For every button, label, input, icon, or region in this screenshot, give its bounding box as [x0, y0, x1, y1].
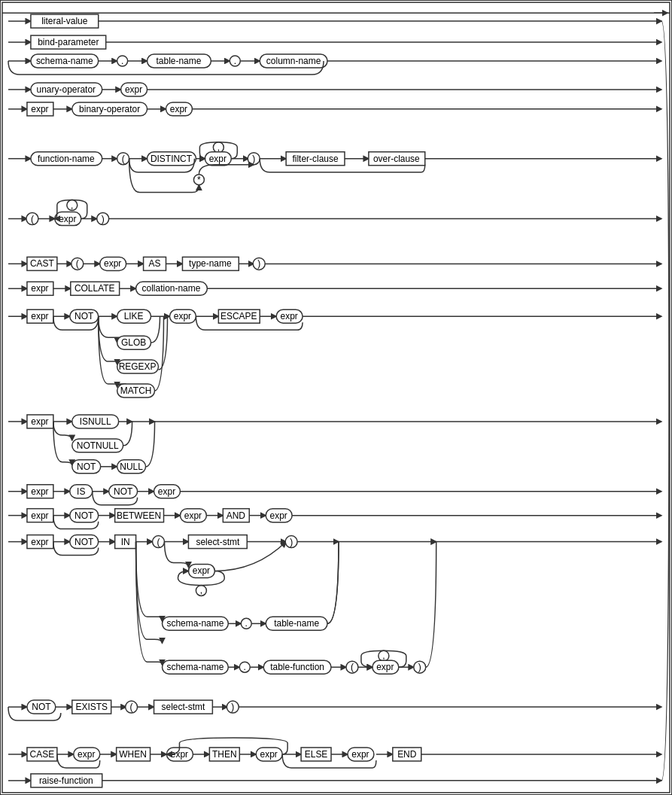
rparen-r8: )	[257, 258, 260, 269]
lparen-r15: (	[130, 702, 133, 712]
filter-clause-label: filter-clause	[292, 154, 339, 164]
schema-name-label-r14c: schema-name	[166, 662, 223, 672]
not-label-r10: NOT	[74, 311, 94, 321]
table-function-label: table-function	[270, 662, 324, 672]
rparen-r7: )	[102, 214, 105, 224]
function-name-label: function-name	[38, 154, 95, 164]
not-label-r15: NOT	[32, 702, 51, 712]
expr-label-r13b: expr	[184, 510, 202, 521]
lparen-r7: (	[31, 214, 34, 224]
not-label-r13: NOT	[74, 510, 94, 521]
escape-label: ESCAPE	[220, 311, 257, 321]
null-label-r11: NULL	[120, 461, 143, 472]
as-label-r8: AS	[149, 258, 161, 269]
raise-function-label: raise-function	[39, 775, 93, 786]
lparen-r14: (	[157, 537, 160, 547]
is-label: IS	[77, 486, 85, 497]
not-label-r14: NOT	[74, 537, 94, 547]
expr-label-r5b: expr	[170, 104, 187, 114]
rparen-r14c: )	[418, 662, 421, 672]
notnull-label: NOTNULL	[77, 440, 119, 451]
then-label: THEN	[212, 749, 237, 760]
literal-value-label: literal-value	[41, 16, 88, 26]
lparen-r6: (	[122, 154, 125, 164]
collate-label: COLLATE	[74, 283, 115, 294]
unary-operator-label: unary-operator	[37, 84, 96, 95]
dot-r14b: .	[245, 618, 248, 629]
expr-label-r6a: expr	[209, 154, 227, 164]
star-r6: *	[197, 175, 201, 185]
dot2-r3: .	[234, 56, 236, 66]
select-stmt-label-r14a: select-stmt	[196, 537, 240, 547]
comma-r14c: ,	[382, 650, 385, 661]
expr-label-r7: expr	[59, 214, 76, 224]
like-label: LIKE	[124, 311, 144, 321]
case-label: CASE	[30, 749, 55, 760]
column-name-label-r3: column-name	[266, 56, 321, 66]
expr-label-r12a: expr	[31, 486, 48, 497]
collation-name-label: collation-name	[142, 283, 201, 294]
expr-label-r10b: expr	[174, 311, 191, 321]
table-name-label-r3: table-name	[157, 56, 202, 66]
expr-label-r13c: expr	[270, 510, 287, 521]
end-label: END	[397, 749, 417, 760]
between-label: BETWEEN	[117, 510, 161, 521]
expr-label-r13a: expr	[31, 510, 48, 521]
else-label: ELSE	[305, 749, 328, 760]
expr-label-r8: expr	[104, 258, 121, 269]
expr-label-r14a: expr	[31, 537, 48, 547]
type-name-label: type-name	[189, 258, 232, 269]
expr-label-r5a: expr	[31, 104, 48, 114]
expr-label-r14b: expr	[193, 565, 210, 576]
dot-r14c: .	[244, 662, 246, 672]
expr-label-r16a: expr	[78, 749, 95, 760]
comma-r7: ,	[71, 200, 73, 211]
and-label-r13: AND	[227, 510, 246, 521]
distinct-label: DISTINCT	[151, 154, 193, 164]
lparen-r8: (	[76, 258, 79, 269]
glob-label: GLOB	[121, 337, 146, 348]
isnull-label: ISNULL	[80, 416, 111, 427]
expr-label-r9: expr	[31, 283, 48, 294]
exists-label: EXISTS	[75, 702, 108, 712]
table-name-label-r14b: table-name	[274, 618, 319, 629]
select-stmt-label-r15: select-stmt	[162, 702, 206, 712]
lparen-r14c: (	[351, 662, 354, 672]
rparen-r14: )	[290, 537, 293, 547]
dot1-r3: .	[121, 56, 123, 66]
expr-label-r4: expr	[125, 84, 142, 95]
binary-operator-label: binary-operator	[79, 104, 140, 114]
expr-label-r14c: expr	[376, 662, 394, 672]
match-label: MATCH	[120, 385, 152, 396]
regexp-label: REGEXP	[119, 361, 157, 372]
svg-rect-0	[2, 2, 670, 793]
rparen-r15: )	[231, 702, 234, 712]
expr-label-r10c: expr	[280, 311, 297, 321]
over-clause-label: over-clause	[373, 154, 420, 164]
comma-r14: ,	[200, 585, 202, 595]
not-label-r12: NOT	[114, 486, 133, 497]
schema-name-label-r14b: schema-name	[166, 618, 223, 629]
when-label: WHEN	[119, 749, 147, 760]
railroad-diagram: literal-value bind-parameter schema-name…	[0, 0, 672, 795]
comma-r6: ,	[217, 142, 220, 153]
schema-name-label-r3: schema-name	[36, 56, 93, 66]
in-label: IN	[121, 537, 130, 547]
not-label-r11: NOT	[77, 461, 96, 472]
expr-label-r11: expr	[31, 416, 48, 427]
expr-label-r16c: expr	[260, 749, 278, 760]
bind-parameter-label: bind-parameter	[38, 37, 99, 47]
expr-label-r12b: expr	[158, 486, 175, 497]
expr-label-r10a: expr	[31, 311, 48, 321]
rparen-r6: )	[252, 154, 255, 164]
cast-label: CAST	[30, 258, 55, 269]
expr-label-r16d: expr	[351, 749, 369, 760]
